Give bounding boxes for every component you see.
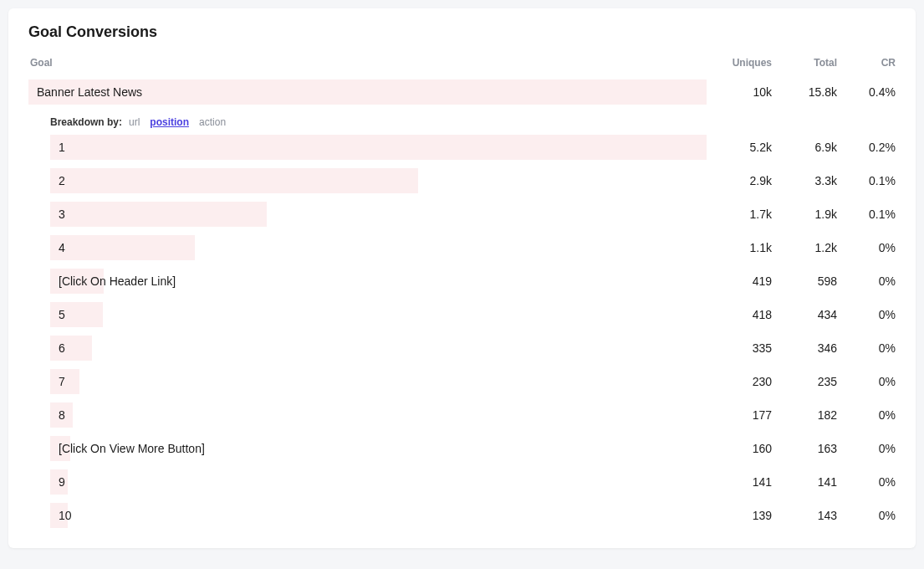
breakdown-bar-cell: 9 [50, 469, 707, 495]
goal-row[interactable]: Banner Latest News 10k 15.8k 0.4% [28, 78, 896, 106]
breakdown-row-item[interactable]: 91411410% [50, 469, 896, 495]
breakdown-item-cr: 0% [837, 241, 896, 254]
breakdown-item-total: 163 [772, 442, 837, 455]
breakdown-bar-fill [50, 202, 267, 227]
breakdown-item-cr: 0% [837, 341, 896, 355]
breakdown-item-label: 4 [50, 241, 65, 254]
breakdown-item-total: 346 [772, 341, 837, 355]
breakdown-item-uniques: 2.9k [707, 174, 772, 187]
breakdown-item-uniques: 230 [707, 375, 772, 388]
goal-label: Banner Latest News [28, 85, 142, 99]
breakdown-list: 15.2k6.9k0.2%22.9k3.3k0.1%31.7k1.9k0.1%4… [28, 135, 896, 528]
breakdown-item-total: 1.2k [772, 241, 837, 254]
breakdown-item-label: 5 [50, 308, 65, 321]
breakdown-item-uniques: 160 [707, 442, 772, 455]
header-total: Total [772, 57, 837, 69]
breakdown-item-cr: 0.2% [837, 141, 896, 154]
breakdown-row-item[interactable]: 22.9k3.3k0.1% [50, 168, 896, 193]
breakdown-item-label: 9 [50, 475, 65, 489]
breakdown-item-total: 143 [772, 509, 837, 522]
breakdown-item-label: 10 [50, 509, 72, 522]
breakdown-bar-fill [50, 135, 707, 160]
breakdown-item-uniques: 419 [707, 274, 772, 288]
breakdown-item-uniques: 141 [707, 475, 772, 489]
breakdown-tabs: urlpositionaction [129, 116, 226, 128]
breakdown-bar-cell: 7 [50, 369, 707, 394]
breakdown-tab-position[interactable]: position [150, 116, 189, 128]
breakdown-row-item[interactable]: [Click On View More Button]1601630% [50, 436, 896, 461]
breakdown-item-cr: 0% [837, 308, 896, 321]
breakdown-row-item[interactable]: 63353460% [50, 336, 896, 361]
goal-cr: 0.4% [837, 85, 896, 99]
breakdown-item-total: 141 [772, 475, 837, 489]
breakdown-item-cr: 0% [837, 475, 896, 489]
breakdown-item-label: 1 [50, 141, 65, 154]
breakdown-bar-cell: 6 [50, 336, 707, 361]
goal-total: 15.8k [772, 85, 837, 99]
breakdown-row-item[interactable]: 72302350% [50, 369, 896, 394]
breakdown-item-total: 3.3k [772, 174, 837, 187]
breakdown-row-item[interactable]: 101391430% [50, 503, 896, 528]
goal-uniques: 10k [707, 85, 772, 99]
header-uniques: Uniques [707, 57, 772, 69]
breakdown-item-label: 8 [50, 408, 65, 422]
breakdown-bar-cell: 4 [50, 235, 707, 260]
breakdown-item-uniques: 5.2k [707, 141, 772, 154]
breakdown-bar-cell: [Click On Header Link] [50, 269, 707, 294]
breakdown-tab-action[interactable]: action [199, 116, 226, 128]
breakdown-label: Breakdown by: [50, 116, 122, 128]
breakdown-item-cr: 0% [837, 408, 896, 422]
breakdown-tab-url[interactable]: url [129, 116, 140, 128]
breakdown-item-label: [Click On View More Button] [50, 442, 205, 455]
breakdown-row: Breakdown by: urlpositionaction [28, 106, 896, 135]
breakdown-bar-cell: 5 [50, 302, 707, 327]
breakdown-item-total: 6.9k [772, 141, 837, 154]
breakdown-item-label: 6 [50, 341, 65, 355]
table-header: Goal Uniques Total CR [28, 53, 896, 78]
breakdown-item-label: 3 [50, 208, 65, 221]
breakdown-row-item[interactable]: [Click On Header Link]4195980% [50, 269, 896, 294]
breakdown-item-total: 598 [772, 274, 837, 288]
breakdown-bar-cell: 2 [50, 168, 707, 193]
breakdown-bar-cell: 1 [50, 135, 707, 160]
breakdown-item-label: 2 [50, 174, 65, 187]
breakdown-row-item[interactable]: 54184340% [50, 302, 896, 327]
breakdown-item-total: 434 [772, 308, 837, 321]
breakdown-item-cr: 0% [837, 442, 896, 455]
breakdown-item-label: [Click On Header Link] [50, 274, 176, 288]
header-cr: CR [837, 57, 896, 69]
breakdown-item-cr: 0% [837, 509, 896, 522]
card-title: Goal Conversions [28, 23, 896, 41]
breakdown-item-uniques: 177 [707, 408, 772, 422]
breakdown-item-cr: 0.1% [837, 174, 896, 187]
breakdown-item-uniques: 335 [707, 341, 772, 355]
breakdown-item-uniques: 139 [707, 509, 772, 522]
breakdown-row-item[interactable]: 81771820% [50, 402, 896, 428]
breakdown-row-item[interactable]: 41.1k1.2k0% [50, 235, 896, 260]
breakdown-item-total: 1.9k [772, 208, 837, 221]
breakdown-bar-cell: 3 [50, 202, 707, 227]
breakdown-item-uniques: 418 [707, 308, 772, 321]
breakdown-row-item[interactable]: 15.2k6.9k0.2% [50, 135, 896, 160]
goal-bar-cell: Banner Latest News [28, 79, 707, 105]
breakdown-bar-cell: [Click On View More Button] [50, 436, 707, 461]
header-goal: Goal [28, 57, 707, 69]
breakdown-bar-cell: 10 [50, 503, 707, 528]
breakdown-item-uniques: 1.1k [707, 241, 772, 254]
breakdown-item-total: 235 [772, 375, 837, 388]
breakdown-bar-fill [50, 235, 195, 260]
breakdown-bar-cell: 8 [50, 402, 707, 428]
breakdown-bar-fill [50, 168, 418, 193]
breakdown-item-cr: 0.1% [837, 208, 896, 221]
goal-conversions-card: Goal Conversions Goal Uniques Total CR B… [8, 8, 916, 548]
breakdown-row-item[interactable]: 31.7k1.9k0.1% [50, 202, 896, 227]
breakdown-item-cr: 0% [837, 375, 896, 388]
breakdown-item-label: 7 [50, 375, 65, 388]
breakdown-item-cr: 0% [837, 274, 896, 288]
breakdown-item-total: 182 [772, 408, 837, 422]
breakdown-item-uniques: 1.7k [707, 208, 772, 221]
